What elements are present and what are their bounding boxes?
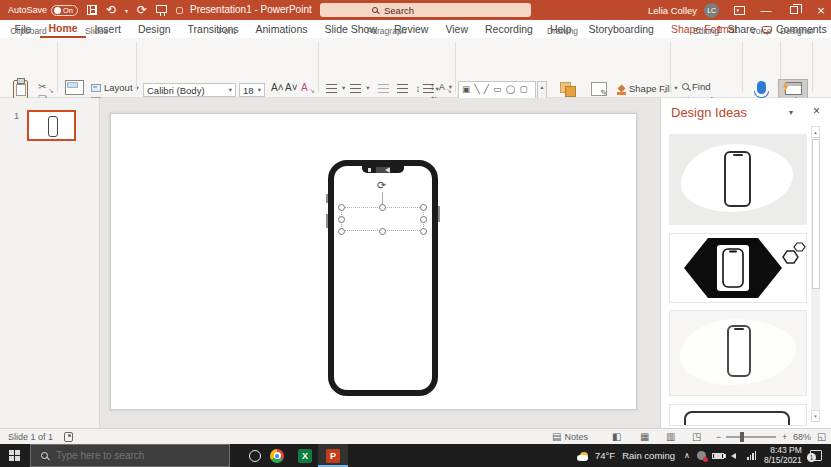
start-slideshow-icon[interactable] (156, 5, 167, 13)
design-suggestion-4[interactable] (669, 404, 807, 426)
weather-temp: 74°F (595, 450, 615, 461)
save-icon[interactable] (87, 5, 97, 15)
autosave-toggle[interactable]: AutoSave On (8, 5, 78, 16)
design-suggestion-3[interactable] (669, 310, 807, 396)
powerpoint-button[interactable]: P (318, 444, 348, 467)
selection-handle-middle-right[interactable] (420, 216, 427, 223)
search-label: Search (384, 5, 414, 16)
scroll-down-icon[interactable]: ▾ (811, 410, 820, 422)
numbering-dropdown-icon[interactable]: ▾ (366, 84, 369, 93)
slide-thumbnail-number: 1 (14, 111, 19, 121)
ribbon-display-options-button[interactable] (726, 0, 752, 20)
undo-icon[interactable]: ⟲ (106, 0, 116, 20)
slide-thumbnail-1[interactable] (27, 110, 76, 141)
rotate-handle[interactable]: ⟳ (377, 180, 386, 191)
find-button[interactable]: Find (682, 81, 710, 92)
avatar[interactable]: LC (704, 3, 719, 18)
thumbnail-phone-graphic (48, 116, 58, 137)
taskbar-search-input[interactable] (56, 450, 206, 461)
zoom-slider-track[interactable] (726, 436, 776, 438)
selection-handle-top-left[interactable] (338, 204, 345, 211)
design-ideas-panel-title: Design Ideas (671, 105, 747, 120)
shapes-row-1[interactable]: ▣ ╲ ╱ ▭ ◯ ▢ (462, 82, 535, 97)
design-suggestion-2[interactable] (669, 233, 807, 303)
shrink-font-button[interactable]: A˅ (283, 82, 300, 93)
font-size-combo[interactable]: 18 ▾ (239, 83, 265, 97)
tray-chevron-icon[interactable]: ∧ (684, 444, 690, 467)
notification-icon: 1 (810, 450, 822, 461)
close-button[interactable]: × (808, 0, 831, 20)
phone-speaker (376, 167, 390, 173)
chrome-button[interactable] (262, 444, 292, 467)
undo-dropdown-icon[interactable]: ▾ (125, 7, 128, 14)
scroll-up-icon[interactable]: ▴ (811, 126, 820, 138)
clock[interactable]: 8:43 PM 8/15/2021 (764, 444, 802, 467)
volume-icon[interactable] (731, 444, 736, 467)
accessibility-button[interactable] (64, 429, 73, 444)
numbering-icon[interactable] (350, 84, 361, 93)
hexagon-design-graphic (670, 234, 806, 302)
design-suggestion-1[interactable] (669, 134, 807, 225)
new-slide-icon (65, 80, 84, 95)
titlebar-search[interactable]: Search (320, 3, 531, 17)
slide-sorter-button[interactable]: ▦ (640, 429, 649, 444)
start-button[interactable] (9, 450, 20, 461)
layout-button[interactable]: Layout ▾ (91, 82, 139, 93)
bullets-dropdown-icon[interactable]: ▾ (342, 84, 345, 93)
arrange-icon (560, 82, 576, 96)
scrollbar-thumb[interactable] (812, 139, 820, 289)
zoom-level[interactable]: 68% (793, 429, 811, 444)
decrease-indent-icon[interactable] (378, 84, 389, 93)
autosave-label: AutoSave (8, 5, 47, 15)
fit-to-window-button[interactable]: ◱ (817, 429, 826, 444)
weather-icon (580, 452, 588, 460)
selection-handle-bottom-right[interactable] (420, 228, 427, 235)
touch-mode-icon[interactable] (176, 7, 183, 14)
slideshow-button[interactable]: ◳ (692, 429, 701, 444)
design-ideas-close-icon[interactable]: × (813, 104, 820, 118)
font-dialog-launcher-icon[interactable]: ↘ (309, 87, 315, 95)
drawing-dialog-launcher-icon[interactable]: ↘ (661, 87, 667, 95)
autosave-state: On (63, 6, 73, 15)
restore-button[interactable] (781, 0, 807, 20)
clipboard-dialog-launcher-icon[interactable]: ↘ (48, 87, 54, 95)
selection-handle-top-right[interactable] (420, 204, 427, 211)
cut-icon[interactable]: ✂ (38, 81, 46, 92)
taskbar-search[interactable] (30, 444, 230, 467)
network-icon[interactable] (747, 444, 756, 467)
slide-thumbnail-panel[interactable]: 1 (0, 98, 100, 428)
weather-widget[interactable]: 74°F Rain coming (580, 444, 675, 467)
font-name-combo[interactable]: Calibri (Body) ▾ (143, 83, 236, 97)
selection-handle-top-center[interactable] (379, 204, 386, 211)
increase-indent-icon[interactable] (397, 84, 408, 93)
design-ideas-menu-icon[interactable]: ▾ (789, 108, 793, 117)
notes-button[interactable]: ▤ Notes (552, 429, 588, 444)
zoom-in-button[interactable]: + (782, 429, 787, 444)
cortana-icon (249, 450, 261, 462)
phone-mockup-image[interactable] (328, 160, 438, 396)
selection-handle-bottom-center[interactable] (379, 228, 386, 235)
shape-fill-button[interactable]: ◆ Shape Fill ▾ (617, 82, 678, 95)
minimize-button[interactable]: — (753, 0, 779, 20)
selection-handle-middle-left[interactable] (338, 216, 345, 223)
font-size-value: 18 (243, 85, 254, 96)
shapes-scroll-up-icon[interactable]: ▴ (540, 83, 543, 90)
paragraph-dialog-launcher-icon[interactable]: ↘ (446, 87, 452, 95)
selection-handle-bottom-left[interactable] (338, 228, 345, 235)
slide-canvas[interactable]: ⟳ (101, 98, 660, 428)
excel-button[interactable]: X (290, 444, 320, 467)
redo-icon[interactable]: ⟳ (137, 0, 147, 20)
reading-view-button[interactable]: ▥ (666, 429, 675, 444)
tray-status-icon[interactable] (697, 444, 706, 467)
normal-view-button[interactable]: ◧ (612, 429, 621, 444)
action-center-button[interactable]: 1 (810, 444, 822, 467)
bullets-icon[interactable] (326, 84, 337, 93)
design-ideas-scrollbar[interactable]: ▴ ▾ (811, 126, 820, 422)
zoom-slider-thumb[interactable] (740, 432, 744, 442)
clock-date: 8/15/2021 (764, 456, 802, 466)
restore-icon (790, 6, 798, 14)
zoom-slider[interactable] (726, 429, 776, 444)
slide-editing-surface[interactable]: ⟳ (110, 113, 637, 410)
account-area[interactable]: Lelia Colley LC (648, 0, 719, 20)
zoom-out-button[interactable]: − (716, 429, 721, 444)
